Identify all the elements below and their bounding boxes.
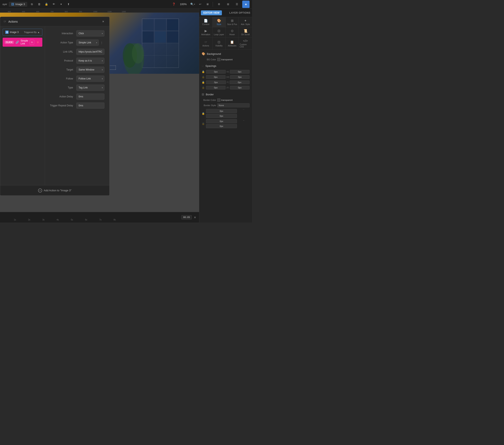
spacing-margin-right-2[interactable] bbox=[230, 75, 250, 79]
spacing-margin-left-1[interactable] bbox=[206, 70, 226, 74]
editor-view-button[interactable]: EDITOR VIEW bbox=[201, 10, 222, 15]
timeline-mark-7s: 7s bbox=[99, 219, 102, 221]
type-select[interactable]: Tag Link bbox=[76, 85, 104, 91]
lock-btn[interactable]: 🔒 bbox=[44, 1, 49, 7]
tab-style[interactable]: 🎨 Style bbox=[213, 17, 226, 27]
tab-loop-layer[interactable]: ⊡ Loop Layer bbox=[213, 27, 226, 37]
radius-top-sep: ⌒ bbox=[238, 109, 250, 113]
radius-top-left[interactable] bbox=[206, 109, 237, 113]
tab-custom-css[interactable]: </> Custom CSS bbox=[239, 38, 252, 50]
border-lock-icon-1: 🔒 bbox=[202, 112, 205, 115]
visibility-btn[interactable]: 👁 bbox=[51, 1, 56, 7]
interaction-select[interactable]: Click bbox=[76, 30, 104, 37]
tab-adv-style[interactable]: ✦ Adv. Style bbox=[239, 17, 252, 27]
content-tab-icon: 📄 bbox=[204, 19, 208, 23]
timeline-mark-1s: 1s bbox=[14, 219, 16, 221]
svg-point-14 bbox=[132, 43, 144, 64]
action-type-menu-button[interactable]: ⋮ bbox=[99, 39, 104, 46]
ruler-mark-1100: 1100 bbox=[108, 11, 111, 13]
tab-label: Image 3 bbox=[15, 3, 25, 6]
on-scroll-tab-icon: 📜 bbox=[243, 29, 248, 33]
modal-header: ☞ Actions × bbox=[0, 17, 109, 26]
spacing-margin-left-2[interactable] bbox=[206, 75, 226, 79]
add-action-label: Add Action to "Image 3" bbox=[44, 189, 72, 192]
follow-select[interactable]: Follow Link bbox=[76, 76, 104, 82]
modal-close-button[interactable]: × bbox=[100, 19, 106, 24]
bg-color-value[interactable]: transparent bbox=[217, 58, 250, 61]
target-select[interactable]: Same Window bbox=[76, 67, 104, 73]
link-url-input[interactable] bbox=[76, 49, 104, 55]
adv-style-tab-icon: ✦ bbox=[244, 19, 247, 23]
timeline-mark-6s: 6s bbox=[85, 219, 87, 221]
timeline-close-button[interactable]: ✕ bbox=[193, 215, 198, 220]
on-scroll-tab-label: On Scroll bbox=[241, 33, 250, 36]
add-action-footer[interactable]: + Add Action to "Image 3" bbox=[0, 185, 109, 195]
action-copy-button[interactable]: ⧉ bbox=[30, 40, 34, 45]
settings-panel-btn[interactable]: ⚙ bbox=[215, 0, 223, 8]
device-preview-btn[interactable]: 🖥 bbox=[205, 1, 210, 7]
add-action-icon: + bbox=[38, 189, 42, 193]
upload-btn[interactable]: ⬆ bbox=[66, 1, 71, 7]
tab-actions[interactable]: ☞ Actions bbox=[199, 38, 213, 50]
bg-color-text: transparent bbox=[221, 58, 233, 61]
background-section: 🎨 Background BG Color transparent bbox=[202, 52, 250, 61]
border-color-value[interactable]: transparent bbox=[217, 98, 250, 102]
spacing-padding-left-2[interactable] bbox=[206, 86, 226, 89]
top-toolbar: ayer 🖼 Image 3 ⧉ 🗑 🔒 👁 ▾ ⬆ ❓ 100% 🔍+ ↩ 🖥… bbox=[0, 0, 252, 9]
radius-grid-bottom: ⌣ bbox=[206, 119, 250, 128]
tab-attributes[interactable]: 📋 Attributes bbox=[226, 38, 239, 50]
duplicate-btn[interactable]: ⧉ bbox=[29, 1, 35, 7]
tab-visibility[interactable]: ⊡ Visibility bbox=[213, 38, 226, 50]
radius-bottom-right[interactable] bbox=[206, 124, 237, 128]
protocol-label: Protocol bbox=[50, 59, 76, 62]
action-item[interactable]: CLICK 🔗 Simple Link ⧉ 🗑 bbox=[3, 38, 42, 47]
link-url-row: Link URL bbox=[50, 49, 104, 55]
size-pos-tab-icon: ⊞ bbox=[231, 19, 234, 23]
radius-bottom-sep: ⌣ bbox=[238, 119, 250, 123]
action-delete-button[interactable]: 🗑 bbox=[36, 40, 40, 45]
spacing-margin-right-1[interactable] bbox=[230, 70, 250, 74]
background-section-title: Background bbox=[207, 52, 221, 56]
border-color-swatch[interactable] bbox=[217, 98, 220, 102]
spacing-padding-right-2[interactable] bbox=[230, 86, 250, 89]
timeline-mark-3s: 3s bbox=[42, 219, 45, 221]
tab-on-scroll[interactable]: 📜 On Scroll bbox=[239, 27, 252, 37]
border-style-control: None bbox=[217, 103, 250, 107]
styles-panel-btn[interactable]: ◈ bbox=[242, 0, 250, 8]
tab-hover[interactable]: ⊙ Hover bbox=[226, 27, 239, 37]
visibility-tab-label: Visibility bbox=[215, 45, 223, 47]
action-delay-input[interactable] bbox=[76, 94, 104, 100]
target-row: Target Same Window ▾ bbox=[50, 67, 104, 73]
canvas-container[interactable]: ☞ Actions × 🖼 Image 3 Triggered B bbox=[0, 13, 199, 212]
tab-content[interactable]: 📄 Content bbox=[199, 17, 213, 27]
zoom-add-btn[interactable]: 🔍+ bbox=[190, 1, 196, 7]
border-style-select[interactable]: None bbox=[217, 103, 250, 107]
undo-btn[interactable]: ↩ bbox=[197, 1, 203, 7]
bg-color-swatch[interactable] bbox=[217, 58, 220, 61]
spacing-padding-left-1[interactable] bbox=[206, 80, 226, 84]
radius-top-right[interactable] bbox=[206, 114, 237, 118]
click-badge: CLICK bbox=[5, 41, 14, 44]
zoom-level: 100% bbox=[178, 3, 188, 6]
tab-size-pos[interactable]: ⊞ Size & Pos bbox=[226, 17, 239, 27]
ruler-mark-1000: 1000 bbox=[93, 11, 97, 13]
dropdown-btn[interactable]: ▾ bbox=[58, 1, 64, 7]
triggered-by-label: Triggered By ▲ bbox=[24, 31, 40, 33]
responsive-panel-btn[interactable]: ⊞ bbox=[224, 0, 232, 8]
trigger-repeat-input[interactable] bbox=[76, 102, 104, 109]
radius-bottom-left[interactable] bbox=[206, 119, 237, 123]
protocol-select[interactable]: Keep as it is bbox=[76, 58, 104, 64]
interaction-control: Click ▾ bbox=[76, 30, 104, 37]
spacing-sep-2: |M| bbox=[226, 76, 229, 78]
size-pos-tab-label: Size & Pos bbox=[227, 23, 237, 25]
delete-btn[interactable]: 🗑 bbox=[36, 1, 42, 7]
tab-animation[interactable]: ▶ Animation bbox=[199, 27, 213, 37]
style-tab-icon: 🎨 bbox=[217, 19, 221, 23]
type-control: Tag Link ▾ bbox=[76, 85, 104, 91]
active-tab[interactable]: 🖼 Image 3 bbox=[9, 2, 27, 7]
hover-tab-icon: ⊙ bbox=[231, 29, 234, 33]
spacing-padding-right-1[interactable] bbox=[230, 80, 250, 84]
help-btn[interactable]: ❓ bbox=[171, 1, 177, 7]
layers-panel-btn[interactable]: ☰ bbox=[233, 0, 241, 8]
action-type-select[interactable]: Simple Link bbox=[76, 39, 99, 46]
